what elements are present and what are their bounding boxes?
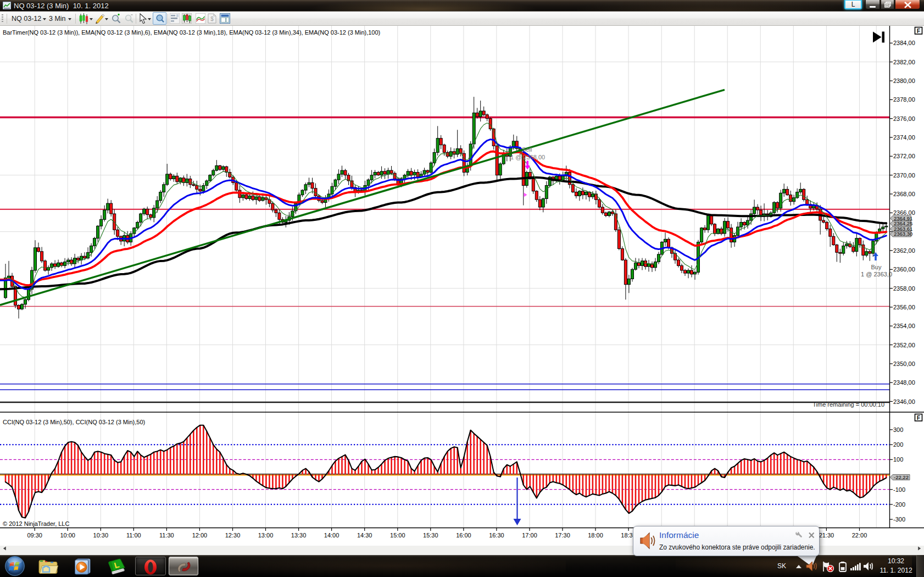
svg-text:F: F xyxy=(917,415,920,421)
svg-text:13:30: 13:30 xyxy=(291,532,307,539)
svg-text:1 @ 2363,0: 1 @ 2363,0 xyxy=(861,271,892,278)
svg-text:2346,00: 2346,00 xyxy=(893,398,915,405)
svg-text:11:00: 11:00 xyxy=(126,532,141,539)
svg-text:16:00: 16:00 xyxy=(456,532,471,539)
svg-text:2348,00: 2348,00 xyxy=(893,379,915,386)
svg-text:2354,00: 2354,00 xyxy=(893,323,915,329)
svg-text:10:30: 10:30 xyxy=(93,532,109,539)
svg-text:100: 100 xyxy=(893,456,903,463)
svg-text:15:00: 15:00 xyxy=(390,532,405,539)
svg-text:2352,00: 2352,00 xyxy=(893,342,915,348)
svg-text:22:00: 22:00 xyxy=(852,532,867,539)
svg-text:18:00: 18:00 xyxy=(588,532,603,539)
svg-text:16:30: 16:30 xyxy=(489,532,504,539)
svg-text:13:00: 13:00 xyxy=(258,532,274,539)
svg-text:1 @ 2368,00: 1 @ 2368,00 xyxy=(510,154,545,160)
svg-text:2380,00: 2380,00 xyxy=(893,77,915,84)
svg-text:09:30: 09:30 xyxy=(27,532,42,539)
svg-text:12:30: 12:30 xyxy=(225,532,241,539)
svg-text:Sell: Sell xyxy=(522,146,532,153)
svg-text:200: 200 xyxy=(893,441,903,448)
svg-text:21:30: 21:30 xyxy=(819,532,834,539)
svg-text:-22,22: -22,22 xyxy=(894,474,909,480)
svg-text:BarTimer(NQ 03-12 (3 Min)), EM: BarTimer(NQ 03-12 (3 Min)), EMA(NQ 03-12… xyxy=(3,29,380,36)
svg-text:2358,00: 2358,00 xyxy=(893,285,915,292)
svg-text:2350,00: 2350,00 xyxy=(893,360,915,367)
svg-text:-100: -100 xyxy=(893,486,905,493)
svg-text:17:30: 17:30 xyxy=(555,532,570,539)
svg-text:F: F xyxy=(917,28,920,34)
svg-text:-300: -300 xyxy=(893,516,905,523)
svg-text:2372,00: 2372,00 xyxy=(893,153,915,159)
svg-text:© 2012 NinjaTrader, LLC: © 2012 NinjaTrader, LLC xyxy=(3,520,69,527)
svg-text:10:00: 10:00 xyxy=(60,532,75,539)
svg-text:2363,30: 2363,30 xyxy=(894,231,912,237)
svg-text:Time remaining = 00:00:10: Time remaining = 00:00:10 xyxy=(812,401,884,408)
svg-text:2384,00: 2384,00 xyxy=(893,40,915,46)
svg-text:CCI(NQ 03-12 (3 Min),50), CCI(: CCI(NQ 03-12 (3 Min),50), CCI(NQ 03-12 (… xyxy=(3,419,145,425)
svg-text:2376,00: 2376,00 xyxy=(893,115,915,122)
svg-text:2362,00: 2362,00 xyxy=(893,247,915,254)
svg-text:12:00: 12:00 xyxy=(192,532,208,539)
svg-text:2382,00: 2382,00 xyxy=(893,59,915,65)
svg-text:2368,00: 2368,00 xyxy=(893,191,915,197)
svg-text:15:30: 15:30 xyxy=(423,532,438,539)
svg-text:17:00: 17:00 xyxy=(522,532,537,539)
svg-text:$: $ xyxy=(210,16,214,22)
svg-text:14:00: 14:00 xyxy=(324,532,339,539)
svg-text:2378,00: 2378,00 xyxy=(893,96,915,103)
svg-text:Buy: Buy xyxy=(871,264,882,270)
svg-text:2360,00: 2360,00 xyxy=(893,266,915,273)
svg-text:2374,00: 2374,00 xyxy=(893,134,915,141)
svg-text:300: 300 xyxy=(893,426,903,433)
svg-text:14:30: 14:30 xyxy=(357,532,372,539)
svg-text:-200: -200 xyxy=(893,501,905,508)
svg-text:11:30: 11:30 xyxy=(159,532,174,539)
svg-text:2370,00: 2370,00 xyxy=(893,172,915,179)
svg-text:2356,00: 2356,00 xyxy=(893,304,915,310)
